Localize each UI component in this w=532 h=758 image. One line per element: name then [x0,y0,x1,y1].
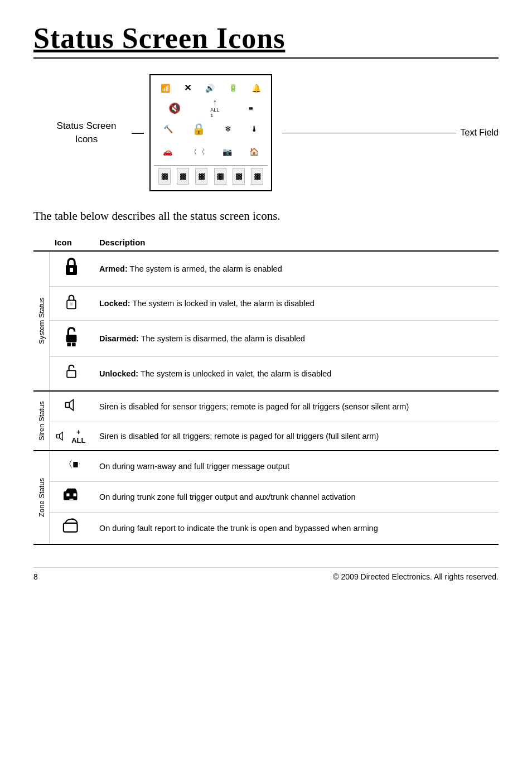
x-icon: ✕ [184,84,191,93]
icon-siren-off [49,391,94,422]
icon-trunk-open [49,513,94,545]
battery-icon: 🔋 [229,84,238,91]
system-status-label: System Status [33,251,49,391]
icon-locked [49,287,94,321]
page-number: 8 [33,572,38,581]
seg-char-5: ▓▓ [233,168,245,185]
unlocked-bold: Unlocked: [99,369,138,378]
seg-char-6: ▓▓ [251,168,263,185]
svg-rect-4 [66,335,77,342]
armed-icon-svg [62,257,80,277]
icon-unlocked [49,357,94,392]
desc-disarmed: Disarmed: The system is disarmed, the al… [94,321,499,357]
status-table: Icon Description System Status Armed: Th… [33,234,499,545]
diagram-row-2: 🔇 ↑ ALL1 ≡ [154,98,268,118]
svg-rect-14 [67,494,70,496]
desc-unlocked: Unlocked: The system is unlocked in vale… [94,357,499,392]
zone-status-label: Zone Status [33,451,49,544]
icon-warn-away: 〈〈 [49,451,94,482]
icon-trunk-full [49,482,94,513]
icon-armed [49,251,94,287]
unlocked-icon-svg [64,363,79,382]
svg-rect-3 [70,302,73,306]
mute-icon: 🔇 [168,103,181,113]
text-field-area: ▓▓ ▓▓ ▓▓ ▓▓ ▓▓ ▓▓ [154,165,268,187]
all-text: + ALL [69,428,88,445]
desc-armed: Armed: The system is armed, the alarm is… [94,251,499,287]
sound-icon: 〈〈 [190,148,205,156]
locked-rest: The system is locked in valet, the alarm… [132,299,314,308]
desc-siren-off-all: Siren is disabled for all triggers; remo… [94,422,499,451]
warn-away-rest: On during warn-away and full trigger mes… [99,462,289,471]
trunk-full-rest: On during trunk zone full trigger output… [99,493,355,501]
table-header-row: Icon Description [33,234,499,251]
table-row: Siren Status Siren is disabled for senso… [33,391,499,422]
desc-trunk-full: On during trunk zone full trigger output… [94,482,499,513]
diagram-arrow: — [132,125,144,140]
text-field-line [282,133,456,133]
siren-off-icon-svg [64,397,79,413]
armed-bold: Armed: [99,264,128,273]
table-row: On during fault report to indicate the t… [33,513,499,545]
desc-warn-away: On during warn-away and full trigger mes… [94,451,499,482]
title-rule [33,57,499,59]
footer: 8 © 2009 Directed Electronics. All right… [33,567,499,581]
camera-icon: 📷 [223,148,232,156]
list-icon: ≡ [249,105,253,112]
desc-col-header: Description [94,234,499,251]
icon-siren-off-all: + ALL [49,422,94,451]
trunk-full-icon-svg [62,487,80,503]
table-row: On during trunk zone full trigger output… [33,482,499,513]
text-field-label-wrapper: Text Field [282,128,499,138]
desc-locked: Locked: The system is locked in valet, t… [94,287,499,321]
svg-rect-8 [66,403,70,408]
svg-rect-9 [56,434,59,438]
thermometer-icon: 🌡 [250,125,258,133]
home-icon: 🏠 [249,148,259,156]
siren-off-all-icon-svg [55,430,67,442]
svg-rect-1 [70,268,73,272]
locked-bold: Locked: [99,299,130,308]
table-row: Locked: The system is locked in valet, t… [33,287,499,321]
svg-rect-15 [74,494,76,496]
seg-char-3: ▓▓ [195,168,207,185]
diagram-label: Status Screen Icons [50,119,123,146]
svg-rect-5 [67,343,71,347]
lock-icon: 🔒 [192,123,206,134]
svg-rect-6 [72,343,76,347]
text-field-label: Text Field [461,128,499,138]
disarmed-bold: Disarmed: [99,334,139,343]
armed-rest: The system is armed, the alarm is enable… [130,264,282,273]
table-row: Unlocked: The system is unlocked in vale… [33,357,499,392]
desc-trunk-open: On during fault report to indicate the t… [94,513,499,545]
description-text: The table below describes all the status… [33,209,499,223]
disarmed-rest: The system is disarmed, the alarm is dis… [141,334,305,343]
siren-status-label: Siren Status [33,391,49,451]
locked-icon-svg [64,292,79,311]
diagram-row-4: 🚗 〈〈 📷 🏠 [154,139,268,164]
all-label: ALL1 [210,107,219,118]
copyright: © 2009 Directed Electronics. All rights … [333,572,499,581]
svg-rect-17 [64,523,78,532]
hammer-icon: 🔨 [163,125,173,133]
disarmed-icon-svg [62,326,80,347]
warn-away-icon-svg: 〈〈 [63,457,80,472]
snowflake-icon: ❄ [225,125,231,133]
car-icon: 🚗 [163,148,172,156]
diagram-box: 📶 ✕ 🔊 🔋 🔔 🔇 ↑ ALL1 ≡ 🔨 🔒 ❄ 🌡 🚗 〈〈 📷 [149,74,272,191]
siren-off-rest: Siren is disabled for sensor triggers; r… [99,402,409,411]
seg-char-4: ▓▓ [214,168,226,185]
diagram-row-1: 📶 ✕ 🔊 🔋 🔔 [154,79,268,97]
desc-siren-off: Siren is disabled for sensor triggers; r… [94,391,499,422]
icon-col-header: Icon [49,234,94,251]
table-row: + ALL Siren is disabled for all triggers… [33,422,499,451]
siren-off-all-rest: Siren is disabled for all triggers; remo… [99,432,379,441]
group-col-header [33,234,49,251]
svg-marker-13 [66,489,78,491]
trunk-open-icon-svg [62,518,80,535]
unlocked-rest: The system is unlocked in valet, the ala… [141,369,332,378]
table-row: System Status Armed: The system is armed… [33,251,499,287]
diagram-row-3: 🔨 🔒 ❄ 🌡 [154,119,268,138]
diagram-section: Status Screen Icons — 📶 ✕ 🔊 🔋 🔔 🔇 ↑ ALL1… [50,74,499,191]
page-title: Status Screen Icons [33,22,499,54]
